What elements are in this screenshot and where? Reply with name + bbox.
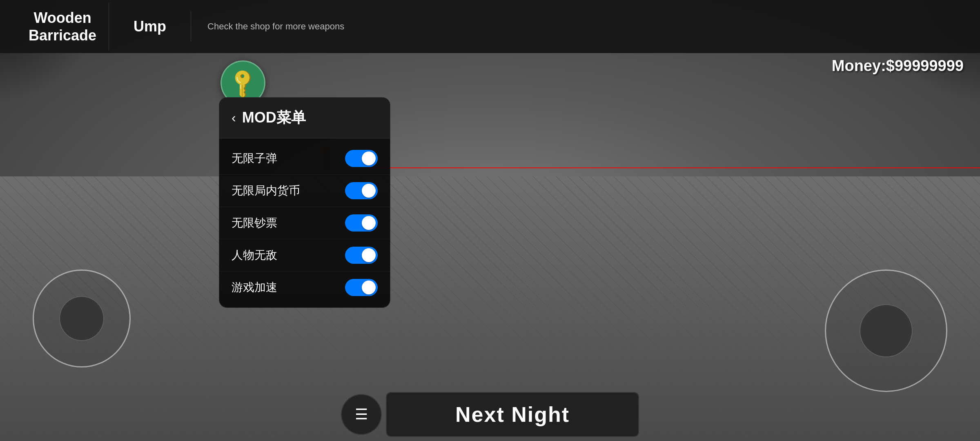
key-icon: 🔑 bbox=[226, 66, 261, 100]
mod-item-speed-boost: 游戏加速 bbox=[219, 272, 390, 303]
mod-item-label-0: 无限子弹 bbox=[232, 151, 277, 166]
mod-item-unlimited-currency: 无限局内货币 bbox=[219, 175, 390, 207]
toggle-unlimited-currency[interactable] bbox=[345, 182, 378, 199]
joystick-right[interactable] bbox=[825, 270, 947, 392]
joystick-right-knob bbox=[860, 304, 913, 357]
weapon-1-label-line2: Barricade bbox=[29, 27, 96, 44]
laser-line bbox=[368, 167, 980, 168]
mod-item-god-mode: 人物无敌 bbox=[219, 239, 390, 272]
toggle-god-mode[interactable] bbox=[345, 247, 378, 264]
next-night-label: Next Night bbox=[455, 402, 570, 427]
mod-item-unlimited-ammo: 无限子弹 bbox=[219, 143, 390, 175]
mod-menu-panel: ‹ MOD菜单 无限子弹 无限局内货币 无限钞票 人物无敌 游戏加速 bbox=[219, 97, 390, 308]
mod-item-label-3: 人物无敌 bbox=[232, 247, 277, 263]
shop-hint: Check the shop for more weapons bbox=[191, 21, 344, 32]
money-display: Money:$99999999 bbox=[832, 57, 964, 75]
top-hud: Wooden Barricade Ump Check the shop for … bbox=[0, 0, 980, 53]
menu-button[interactable]: ☰ bbox=[341, 394, 382, 435]
weapon-1-slot: Wooden Barricade bbox=[16, 3, 109, 50]
toggle-unlimited-cash[interactable] bbox=[345, 214, 378, 232]
bottom-bar: ☰ Next Night bbox=[0, 388, 980, 441]
mod-item-unlimited-cash: 无限钞票 bbox=[219, 207, 390, 239]
mod-menu-header: ‹ MOD菜单 bbox=[219, 98, 390, 138]
weapon-2-label: Ump bbox=[134, 18, 166, 35]
weapon-2-slot: Ump bbox=[109, 11, 191, 41]
menu-icon: ☰ bbox=[355, 406, 368, 423]
joystick-left[interactable] bbox=[33, 270, 131, 368]
back-button[interactable]: ‹ bbox=[232, 110, 236, 125]
mod-menu-title: MOD菜单 bbox=[242, 108, 306, 128]
mod-items-list: 无限子弹 无限局内货币 无限钞票 人物无敌 游戏加速 bbox=[219, 138, 390, 307]
mod-item-label-1: 无限局内货币 bbox=[232, 183, 300, 198]
mod-item-label-4: 游戏加速 bbox=[232, 280, 277, 295]
weapon-1-label-line1: Wooden bbox=[33, 9, 91, 27]
toggle-speed-boost[interactable] bbox=[345, 279, 378, 296]
mod-item-label-2: 无限钞票 bbox=[232, 215, 277, 231]
next-night-button[interactable]: Next Night bbox=[386, 392, 639, 437]
toggle-unlimited-ammo[interactable] bbox=[345, 150, 378, 167]
joystick-left-knob bbox=[59, 296, 104, 341]
